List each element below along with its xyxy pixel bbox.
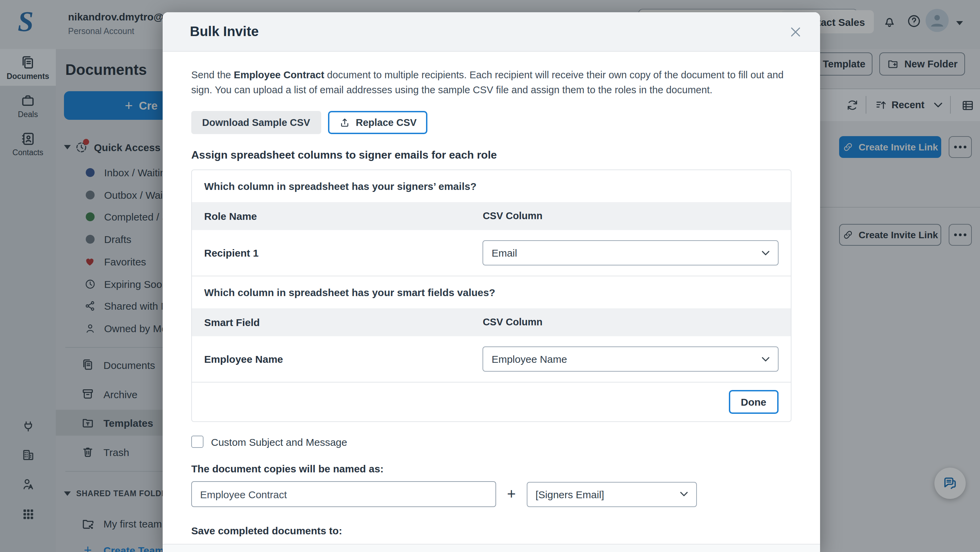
save-to-label: Save completed documents to:	[191, 525, 791, 536]
smart-fields-question: Which column in spreadsheet has your sma…	[192, 276, 791, 308]
role-csv-column-select[interactable]: Email	[483, 240, 778, 266]
modal-title: Bulk Invite	[190, 24, 789, 40]
name-suffix-select[interactable]: [Signers Email]	[527, 482, 697, 507]
smart-field-csv-column-select[interactable]: Employee Name	[483, 347, 778, 372]
table-row: Recipient 1 Email	[192, 230, 791, 276]
csv-column-header: CSV Column	[483, 210, 778, 222]
modal-body: Send the Employee Contract document to m…	[163, 52, 820, 552]
signers-email-question: Which column in spreadsheet has your sig…	[192, 170, 791, 202]
done-button[interactable]: Done	[729, 390, 778, 414]
column-mapping-table: Which column in spreadsheet has your sig…	[191, 169, 791, 422]
table-footer-row: Done	[192, 382, 791, 421]
screen: S nikandrov.dmytro@ Personal Account nta…	[0, 0, 980, 552]
intro-text: Send the Employee Contract document to m…	[191, 68, 791, 97]
upload-icon	[339, 117, 350, 128]
custom-subject-checkbox[interactable]	[191, 436, 204, 448]
smart-field-header: Smart Field	[204, 317, 483, 328]
assign-columns-heading: Assign spreadsheet columns to signer ema…	[191, 149, 791, 161]
csv-actions: Download Sample CSV Replace CSV	[191, 111, 791, 134]
table-row: Employee Name Employee Name	[192, 336, 791, 382]
document-name-label: The document copies will be named as:	[191, 463, 791, 474]
role-name-header: Role Name	[204, 210, 483, 222]
chevron-down-icon	[762, 250, 770, 256]
custom-subject-row: Custom Subject and Message	[191, 436, 791, 448]
plus-separator: +	[507, 485, 516, 503]
csv-column-header: CSV Column	[483, 317, 778, 328]
modal-header: Bulk Invite	[163, 12, 820, 52]
modal-footer	[163, 544, 820, 552]
bulk-invite-modal: Bulk Invite Send the Employee Contract d…	[163, 12, 820, 552]
custom-subject-label: Custom Subject and Message	[211, 436, 347, 447]
document-name-input[interactable]	[191, 481, 496, 507]
close-icon[interactable]	[789, 25, 802, 38]
chevron-down-icon	[680, 492, 688, 497]
table-header-row: Smart Field CSV Column	[192, 308, 791, 336]
chevron-down-icon	[762, 356, 770, 362]
role-name-cell: Recipient 1	[204, 247, 483, 259]
download-sample-csv-button[interactable]: Download Sample CSV	[191, 111, 321, 134]
smart-field-cell: Employee Name	[204, 353, 483, 365]
table-header-row: Role Name CSV Column	[192, 202, 791, 230]
document-name-row: + [Signers Email]	[191, 481, 791, 507]
replace-csv-button[interactable]: Replace CSV	[328, 111, 427, 134]
